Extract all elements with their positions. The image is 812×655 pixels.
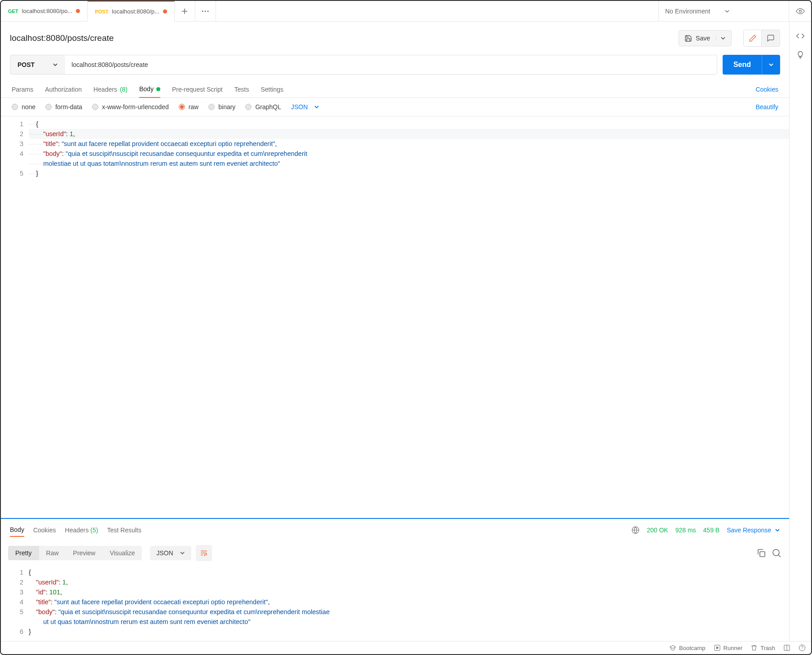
radio-graphql[interactable]: GraphQL xyxy=(245,103,281,111)
chevron-down-icon xyxy=(180,550,185,556)
svg-point-1 xyxy=(205,10,206,12)
tab-prerequest[interactable]: Pre-request Script xyxy=(172,81,223,97)
radio-icon xyxy=(12,104,18,110)
response-tab-tests[interactable]: Test Results xyxy=(107,524,141,536)
gutter: 1 2 3 4 5 xyxy=(1,116,29,518)
size-text: 459 B xyxy=(703,527,720,534)
response-toolbar: Pretty Raw Preview Visualize JSON xyxy=(1,541,789,565)
radio-icon xyxy=(179,104,185,110)
search-icon[interactable] xyxy=(771,548,782,558)
view-visualize[interactable]: Visualize xyxy=(102,546,142,560)
method-select[interactable]: POST xyxy=(10,55,65,75)
help-icon xyxy=(799,644,806,651)
radio-icon xyxy=(45,104,52,110)
comment-button[interactable] xyxy=(762,30,780,46)
wrap-icon xyxy=(200,549,208,557)
save-icon xyxy=(684,35,692,42)
tab-authorization[interactable]: Authorization xyxy=(45,81,82,97)
radio-formdata[interactable]: form-data xyxy=(45,103,82,111)
svg-point-6 xyxy=(773,549,779,556)
cookies-link[interactable]: Cookies xyxy=(755,86,778,93)
radio-none[interactable]: none xyxy=(12,103,35,111)
view-pretty[interactable]: Pretty xyxy=(8,546,39,560)
request-body-editor[interactable]: 1 2 3 4 5 ····{ ········"userId":·1, ···… xyxy=(1,116,789,518)
svg-point-2 xyxy=(207,10,209,12)
radio-urlencoded[interactable]: x-www-form-urlencoded xyxy=(92,103,169,111)
response-header: Body Cookies Headers (5) Test Results 20… xyxy=(1,518,789,541)
title-actions xyxy=(743,30,780,47)
method-label: POST xyxy=(18,61,35,68)
trash-button[interactable]: Trash xyxy=(750,644,775,651)
response-tab-headers[interactable]: Headers (5) xyxy=(65,524,98,536)
status-text: 200 OK xyxy=(647,527,668,534)
tab-overflow-button[interactable] xyxy=(195,1,216,21)
request-title[interactable]: localhost:8080/posts/create xyxy=(10,33,673,43)
edit-button[interactable] xyxy=(744,30,762,46)
view-preview[interactable]: Preview xyxy=(66,546,103,560)
quick-look-button[interactable] xyxy=(789,1,811,21)
lightbulb-icon[interactable] xyxy=(796,50,805,59)
tab-settings[interactable]: Settings xyxy=(260,81,283,97)
tab-body[interactable]: Body xyxy=(139,81,160,98)
pencil-icon xyxy=(749,34,757,42)
view-raw[interactable]: Raw xyxy=(39,546,66,560)
gutter: 1 2 3 4 5 6 xyxy=(1,565,29,641)
tab-tests[interactable]: Tests xyxy=(234,81,249,97)
body-language-select[interactable]: JSON xyxy=(291,103,319,111)
tab-post[interactable]: POST localhost:8080/p... xyxy=(88,1,174,22)
tab-body-label: Body xyxy=(139,85,154,93)
tab-headers-label: Headers xyxy=(93,86,117,93)
code[interactable]: { "userId": 1, "id": 101, "title": "sunt… xyxy=(29,565,789,641)
tab-headers[interactable]: Headers (8) xyxy=(93,81,128,97)
panes-button[interactable] xyxy=(783,644,790,651)
help-button[interactable] xyxy=(799,644,806,651)
save-button[interactable]: Save xyxy=(679,30,732,46)
view-tabs: Pretty Raw Preview Visualize xyxy=(8,546,142,560)
code-icon[interactable] xyxy=(796,31,805,40)
send-button[interactable]: Send xyxy=(723,55,780,75)
globe-icon[interactable] xyxy=(631,526,640,534)
url-row: POST localhost:8080/posts/create Send xyxy=(1,55,789,81)
send-caret[interactable] xyxy=(762,55,780,75)
code[interactable]: ····{ ········"userId":·1, ········"titl… xyxy=(29,116,789,518)
save-response-button[interactable]: Save Response xyxy=(727,527,780,534)
chevron-down-icon xyxy=(53,62,58,67)
dots-icon xyxy=(202,10,209,12)
url-input[interactable]: localhost:8080/posts/create xyxy=(65,55,717,75)
title-row: localhost:8080/posts/create Save xyxy=(1,22,789,55)
wrap-lines-button[interactable] xyxy=(196,545,212,561)
chevron-down-icon xyxy=(720,35,726,41)
modified-dot-icon xyxy=(163,9,167,13)
bootcamp-button[interactable]: Bootcamp xyxy=(669,644,706,651)
response-tab-cookies[interactable]: Cookies xyxy=(33,524,56,536)
radio-binary[interactable]: binary xyxy=(208,103,235,111)
tab-params[interactable]: Params xyxy=(12,81,33,97)
chevron-down-icon xyxy=(768,62,774,67)
radio-icon xyxy=(245,104,252,110)
svg-rect-5 xyxy=(760,552,765,557)
panes-icon xyxy=(783,644,790,651)
tab-bar: GET localhost:8080/po... POST localhost:… xyxy=(1,1,811,22)
tab-get[interactable]: GET localhost:8080/po... xyxy=(1,1,88,21)
right-rail xyxy=(790,22,811,641)
response-format-select[interactable]: JSON xyxy=(150,546,191,560)
radio-icon xyxy=(92,104,98,110)
send-label: Send xyxy=(723,61,762,69)
environment-select[interactable]: No Environment xyxy=(658,1,789,21)
save-caret[interactable] xyxy=(715,35,726,41)
copy-icon[interactable] xyxy=(756,548,767,558)
response-body-editor[interactable]: 1 2 3 4 5 6 { "userId": 1, "id": 101, "t… xyxy=(1,565,789,641)
body-dot-icon xyxy=(156,87,160,91)
svg-point-3 xyxy=(799,10,801,12)
tab-method: GET xyxy=(8,9,18,14)
url-value: localhost:8080/posts/create xyxy=(71,61,148,68)
graduation-icon xyxy=(669,644,676,651)
environment-label: No Environment xyxy=(665,8,710,15)
beautify-button[interactable]: Beautify xyxy=(755,103,778,111)
runner-button[interactable]: Runner xyxy=(714,644,743,651)
response-tab-body[interactable]: Body xyxy=(10,523,24,537)
radio-raw[interactable]: raw xyxy=(179,103,199,111)
comment-icon xyxy=(767,34,775,42)
new-tab-button[interactable] xyxy=(175,1,195,21)
tab-label: localhost:8080/p... xyxy=(112,8,159,15)
